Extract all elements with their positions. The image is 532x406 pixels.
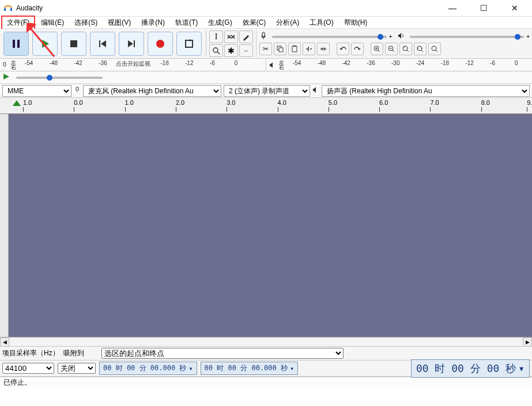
tools-grid: I ✱ ↔ [209,31,253,57]
skip-end-button[interactable] [119,32,144,56]
menu-tools[interactable]: 工具(O) [305,17,338,29]
redo-button[interactable] [351,43,364,55]
scroll-right-button[interactable]: ▶ [523,337,532,347]
play-volume-slider[interactable] [410,36,525,38]
rec-meter-mic-icon [0,62,9,69]
svg-rect-9 [186,40,193,47]
copy-button[interactable] [274,43,286,55]
svg-rect-0 [4,8,6,11]
timeline-ruler[interactable]: 1.0 0.0 1.0 2.0 3.0 4.0 5.0 6.0 7.0 8.0 … [0,98,532,114]
menu-effect[interactable]: 效果(C) [238,17,271,29]
close-button[interactable]: ✕ [504,2,525,14]
snap-to-label: 吸附到 [63,348,98,358]
draw-tool[interactable] [239,31,253,43]
trim-button[interactable] [303,43,315,55]
selection-tool[interactable]: I [209,31,223,43]
svg-point-20 [432,46,436,51]
maximize-button[interactable]: ☐ [473,2,494,14]
cut-button[interactable]: ✂ [259,43,272,55]
zoom-toggle-button[interactable] [428,43,441,55]
svg-rect-6 [99,40,100,47]
speaker-icon [397,32,405,41]
project-rate-label: 项目采样率（Hz） [2,348,60,358]
track-canvas[interactable] [0,114,532,337]
paste-button[interactable] [288,43,301,55]
record-button[interactable] [148,32,173,56]
recording-device-select[interactable]: 麦克风 (Realtek High Definition Au [83,85,221,97]
skip-start-button[interactable] [90,32,115,56]
play-meter-speaker-icon [268,62,277,69]
titlebar: Audacity — ☐ ✕ [0,0,532,16]
timeshift-tool[interactable]: ✱ [224,44,238,57]
recording-meter[interactable]: 左右 -54 -48 -42 -36 点击开始监视 -18 -12 -6 0 左… [0,59,532,71]
rec-meter-channels: 左右 [9,60,17,70]
playback-device-select[interactable]: 扬声器 (Realtek High Definition Au [322,85,530,97]
status-text: 已停止。 [3,378,31,388]
selection-mode-select[interactable]: 选区的起点和终点 [101,348,344,359]
loop-button[interactable] [176,32,202,56]
minimize-button[interactable]: — [442,2,463,14]
svg-point-8 [156,40,164,48]
svg-rect-4 [17,40,20,48]
multi-tool[interactable]: ↔ [239,44,253,57]
menubar: 文件(F) 编辑(E) 选择(S) 视图(V) 播录(N) 轨道(T) 生成(G… [0,16,532,29]
project-rate-select[interactable]: 44100 [2,363,54,374]
svg-rect-5 [70,40,77,47]
envelope-tool[interactable] [224,31,238,43]
rec-volume-slider[interactable] [272,36,387,38]
zoom-in-button[interactable] [371,43,383,55]
playback-speed-slider[interactable] [16,77,103,79]
menu-help[interactable]: 帮助(H) [339,17,372,29]
play-at-speed-button[interactable] [2,73,10,82]
play-button[interactable] [32,32,58,56]
app-logo [3,3,13,13]
svg-rect-13 [279,48,283,52]
menu-analyze[interactable]: 分析(A) [271,17,304,29]
menu-tracks[interactable]: 轨道(T) [171,17,202,29]
menu-edit[interactable]: 编辑(E) [36,17,69,29]
app-title: Audacity [16,4,442,12]
svg-line-11 [217,52,220,54]
svg-rect-14 [292,46,297,52]
recording-channels-select[interactable]: 2 (立体声) 录制声道 [224,85,310,97]
edit-toolbar: ✂ [259,43,530,55]
zoom-out-button[interactable] [385,43,398,55]
selection-start-time[interactable]: 00 时 00 分 00.000 秒▾ [99,362,197,375]
snap-to-select[interactable]: 关闭 [58,363,96,374]
menu-file[interactable]: 文件(F) [1,16,35,30]
track-panel-area [0,114,9,337]
svg-point-10 [213,48,218,52]
audio-host-select[interactable]: MME [2,85,71,97]
status-bar: 已停止。 [0,377,532,388]
menu-generate[interactable]: 生成(G) [203,17,236,29]
playhead-pin-icon[interactable] [13,100,21,109]
rec-device-mic-icon [74,86,81,95]
window-controls: — ☐ ✕ [442,2,529,14]
selection-toolbar-labels: 项目采样率（Hz） 吸附到 选区的起点和终点 [0,347,532,361]
svg-rect-1 [10,8,12,11]
audio-position-time[interactable]: 00 时 00 分 00 秒▾ [411,359,530,378]
play-at-speed [0,71,532,84]
stop-button[interactable] [61,32,86,56]
scroll-left-button[interactable]: ◀ [0,337,9,347]
menu-view[interactable]: 视图(V) [103,17,135,29]
svg-rect-7 [134,40,135,47]
selection-end-time[interactable]: 00 时 00 分 00.000 秒▾ [201,362,299,375]
main-toolbar: I ✱ ↔ + + ✂ [0,29,532,59]
horizontal-scrollbar[interactable]: ◀ ▶ [0,337,532,347]
fit-project-button[interactable] [414,43,427,55]
svg-rect-3 [13,40,15,48]
selection-toolbar: 44100 关闭 00 时 00 分 00.000 秒▾ 00 时 00 分 0… [0,361,532,377]
menu-select[interactable]: 选择(S) [70,17,102,29]
fit-selection-button[interactable] [399,43,412,55]
play-meter-scale: -54 -48 -42 -36 -30 -24 -18 -12 -6 0 [285,59,532,71]
silence-button[interactable] [317,43,330,55]
svg-rect-15 [293,45,296,47]
mic-icon [259,32,267,41]
pause-button[interactable] [3,32,29,56]
zoom-tool[interactable] [209,44,223,57]
menu-transport[interactable]: 播录(N) [137,17,169,29]
undo-button[interactable] [337,43,349,55]
rec-meter-scale: -54 -48 -42 -36 点击开始监视 -18 -12 -6 0 [17,59,264,71]
play-meter-channels: 左右 [277,60,285,70]
